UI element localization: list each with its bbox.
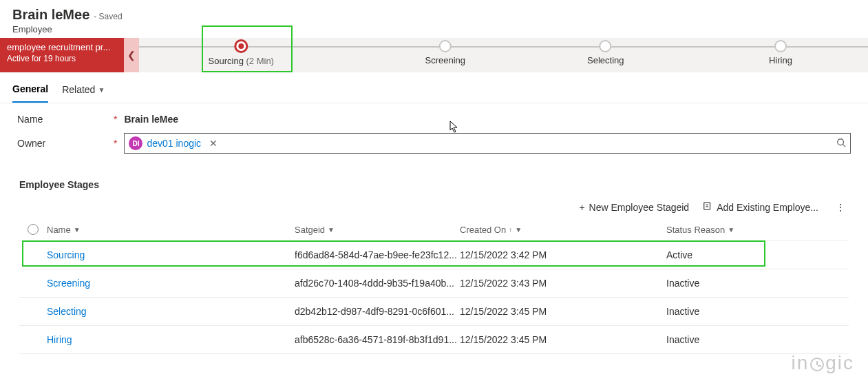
owner-name: dev01 inogic xyxy=(147,138,201,149)
svg-line-1 xyxy=(843,144,846,147)
stage-circle-icon xyxy=(439,40,452,52)
watermark-logo: ingic xyxy=(791,352,854,354)
cell-status: Inactive xyxy=(666,334,849,345)
chevron-down-icon: ▼ xyxy=(328,226,335,234)
add-existing-icon xyxy=(703,201,712,213)
stage-label: Screening xyxy=(425,55,465,65)
add-existing-button[interactable]: Add Existing Employe... xyxy=(703,201,818,213)
more-commands-button[interactable]: ⋮ xyxy=(832,202,849,213)
tab-label: Related xyxy=(62,84,95,95)
cell-status: Active xyxy=(666,249,849,260)
form-section: Name * Brain leMee Owner * DI dev01 inog… xyxy=(0,103,868,172)
column-header-name[interactable]: Name ▼ xyxy=(47,225,295,235)
form-tabs: General Related ▼ xyxy=(0,72,868,103)
col-label: Status Reason xyxy=(666,225,725,235)
column-header-status[interactable]: Status Reason ▼ xyxy=(666,225,849,235)
column-header-satgeid[interactable]: Satgeid ▼ xyxy=(295,225,460,235)
saved-status: - Saved xyxy=(94,12,122,21)
select-all-circle-icon xyxy=(28,224,39,235)
row-name-link[interactable]: Hiring xyxy=(47,334,72,345)
avatar: DI xyxy=(129,136,142,150)
grid-header-row: Name ▼ Satgeid ▼ Created On ↑ ▼ Status R… xyxy=(19,217,849,241)
required-indicator: * xyxy=(114,138,117,149)
field-label: Owner xyxy=(17,138,107,149)
remove-owner-button[interactable]: ✕ xyxy=(209,138,218,149)
col-label: Name xyxy=(47,225,71,235)
cmd-label: New Employee Stageid xyxy=(589,202,690,213)
table-row[interactable]: Selecting d2b42b12-d987-4df9-8291-0c6f60… xyxy=(19,298,849,326)
cell-created-on: 12/15/2022 3:42 PM xyxy=(460,249,666,260)
svg-point-0 xyxy=(838,138,844,145)
chevron-down-icon: ▼ xyxy=(515,226,522,234)
column-header-created-on[interactable]: Created On ↑ ▼ xyxy=(460,225,666,235)
field-name: Name * Brain leMee xyxy=(17,114,851,125)
row-name-link[interactable]: Screening xyxy=(47,278,90,289)
process-duration: Active for 19 hours xyxy=(7,54,117,65)
owner-lookup[interactable]: DI dev01 inogic ✕ xyxy=(124,133,851,154)
chevron-left-icon: ❮ xyxy=(127,50,136,61)
cell-created-on: 12/15/2022 3:45 PM xyxy=(460,334,666,345)
stage-label: Hiring xyxy=(769,55,792,65)
search-icon[interactable] xyxy=(836,138,846,150)
tab-label: General xyxy=(12,83,48,94)
stage-selecting[interactable]: Selecting xyxy=(587,38,624,65)
chevron-down-icon: ▼ xyxy=(728,226,734,234)
new-record-button[interactable]: + New Employee Stageid xyxy=(579,202,689,213)
tab-related[interactable]: Related ▼ xyxy=(62,79,105,103)
col-label: Satgeid xyxy=(295,225,325,235)
process-name-tag[interactable]: employee recruitment pr... Active for 19… xyxy=(0,38,124,72)
cell-satgeid: f6d6ad84-584d-47ae-b9ee-fe23fc12... xyxy=(295,249,460,260)
chevron-down-icon: ▼ xyxy=(74,226,81,234)
subgrid-command-bar: + New Employee Stageid Add Existing Empl… xyxy=(0,197,868,217)
tab-general[interactable]: General xyxy=(12,79,48,103)
table-row[interactable]: Screening afd26c70-1408-4ddd-9b35-f19a40… xyxy=(19,269,849,298)
mouse-cursor xyxy=(449,121,459,136)
stage-screening[interactable]: Screening xyxy=(425,38,465,65)
owner-chip[interactable]: DI dev01 inogic ✕ xyxy=(129,136,218,150)
name-value[interactable]: Brain leMee xyxy=(124,114,178,125)
table-row[interactable]: Sourcing f6d6ad84-584d-47ae-b9ee-fe23fc1… xyxy=(19,241,849,269)
svg-rect-2 xyxy=(704,203,710,210)
cell-created-on: 12/15/2022 3:45 PM xyxy=(460,306,666,317)
record-header: Brain leMee - Saved Employee xyxy=(0,0,868,38)
table-row[interactable]: Hiring afb6528c-6a36-4571-819f-8b3f1d91.… xyxy=(19,326,849,354)
field-label: Name xyxy=(17,114,107,125)
record-title: Brain leMee xyxy=(12,7,89,23)
stage-hiring[interactable]: Hiring xyxy=(769,38,792,65)
entity-name: Employee xyxy=(12,24,856,34)
row-name-link[interactable]: Sourcing xyxy=(47,249,85,260)
cell-satgeid: afd26c70-1408-4ddd-9b35-f19a40b... xyxy=(295,278,460,289)
process-collapse-button[interactable]: ❮ xyxy=(124,38,139,72)
row-name-link[interactable]: Selecting xyxy=(47,306,87,317)
field-owner: Owner * DI dev01 inogic ✕ xyxy=(17,133,851,154)
subgrid: Name ▼ Satgeid ▼ Created On ↑ ▼ Status R… xyxy=(19,217,849,354)
col-label: Created On xyxy=(460,225,506,235)
cell-status: Inactive xyxy=(666,278,849,289)
subgrid-title: Employee Stages xyxy=(0,172,868,197)
process-name: employee recruitment pr... xyxy=(7,42,117,54)
cell-satgeid: afb6528c-6a36-4571-819f-8b3f1d91... xyxy=(295,334,460,345)
cell-created-on: 12/15/2022 3:43 PM xyxy=(460,278,666,289)
vertical-dots-icon: ⋮ xyxy=(836,202,845,213)
chevron-down-icon: ▼ xyxy=(98,86,105,94)
business-process-flow: employee recruitment pr... Active for 19… xyxy=(0,38,868,72)
plus-icon: + xyxy=(579,202,584,213)
stage-label: Selecting xyxy=(587,55,624,65)
stage-circle-icon xyxy=(774,40,787,52)
cell-satgeid: d2b42b12-d987-4df9-8291-0c6f601... xyxy=(295,306,460,317)
required-indicator: * xyxy=(114,114,117,125)
stage-circle-icon xyxy=(600,40,612,52)
cmd-label: Add Existing Employe... xyxy=(717,202,818,213)
cell-status: Inactive xyxy=(666,306,849,317)
annotation-highlight-stage xyxy=(202,25,293,72)
select-all-column[interactable] xyxy=(19,224,47,235)
sort-asc-icon: ↑ xyxy=(509,226,512,234)
